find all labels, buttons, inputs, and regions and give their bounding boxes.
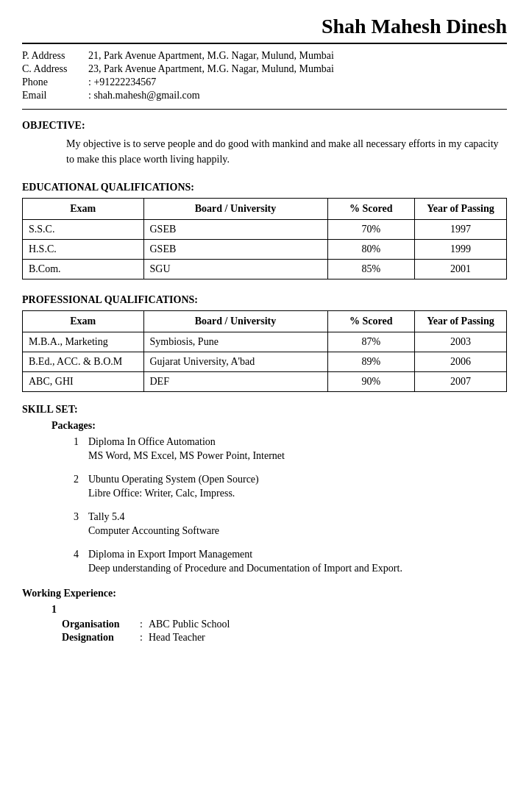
table-row: M.B.A., MarketingSymbiosis, Pune87%2003 <box>23 332 507 352</box>
table-cell: GSEB <box>143 220 327 240</box>
skill-sub: Computer Accounting Software <box>88 523 507 538</box>
educational-header-row: Exam Board / University % Scored Year of… <box>23 199 507 220</box>
packages-label: Packages: <box>52 420 507 432</box>
c-address-value: 23, Park Avenue Apartment, M.G. Nagar, M… <box>88 63 507 75</box>
table-cell: H.S.C. <box>23 240 144 260</box>
phone-value: : +91222234567 <box>88 76 507 88</box>
table-cell: Gujarat University, A'bad <box>143 352 327 372</box>
table-cell: ABC, GHI <box>23 372 144 392</box>
skill-title: Ubuntu Operating System (Open Source) <box>88 474 507 485</box>
organisation-value: ABC Public School <box>149 619 230 630</box>
designation-value: Head Teacher <box>149 632 205 644</box>
skillset-title: SKILL SET: <box>22 404 507 416</box>
skill-title: Diploma In Office Automation <box>88 436 507 448</box>
table-cell: 89% <box>327 352 414 372</box>
table-cell: B.Com. <box>23 260 144 279</box>
table-row: B.Ed., ACC. & B.O.MGujarat University, A… <box>23 352 507 372</box>
table-row: H.S.C.GSEB80%1999 <box>23 240 507 260</box>
table-cell: 90% <box>327 372 414 392</box>
edu-col-exam: Exam <box>23 199 144 220</box>
edu-col-board: Board / University <box>143 199 327 220</box>
table-cell: 85% <box>327 260 414 279</box>
c-address-label: C. Address <box>22 63 88 75</box>
work-items: 1 Organisation : ABC Public School Desig… <box>22 604 507 644</box>
table-row: S.S.C.GSEB70%1997 <box>23 220 507 240</box>
objective-title: OBJECTIVE: <box>22 120 507 132</box>
table-cell: S.S.C. <box>23 220 144 240</box>
table-cell: DEF <box>143 372 327 392</box>
contact-section: P. Address 21, Park Avenue Apartment, M.… <box>22 50 507 110</box>
skill-item: 1 Diploma In Office Automation MS Word, … <box>74 436 507 463</box>
skill-sub: Libre Office: Writer, Calc, Impress. <box>88 485 507 501</box>
phone-label: Phone <box>22 76 88 88</box>
skill-num: 1 <box>74 436 88 448</box>
contact-caddress-row: C. Address 23, Park Avenue Apartment, M.… <box>22 63 507 75</box>
table-cell: 70% <box>327 220 414 240</box>
edu-col-scored: % Scored <box>327 199 414 220</box>
table-cell: SGU <box>143 260 327 279</box>
table-cell: 2006 <box>414 352 506 372</box>
organisation-label: Organisation <box>52 619 140 630</box>
educational-title: EDUCATIONAL QUALIFICATIONS: <box>22 182 507 193</box>
work-item: 1 Organisation : ABC Public School Desig… <box>52 604 507 644</box>
pro-col-scored: % Scored <box>327 311 414 332</box>
professional-header-row: Exam Board / University % Scored Year of… <box>23 311 507 332</box>
skill-sub: MS Word, MS Excel, MS Power Point, Inter… <box>88 448 507 463</box>
table-row: ABC, GHIDEF90%2007 <box>23 372 507 392</box>
skill-title: Tally 5.4 <box>88 511 507 523</box>
contact-email-row: Email : shah.mahesh@gmail.com <box>22 90 507 102</box>
table-cell: 1999 <box>414 240 506 260</box>
table-cell: 2003 <box>414 332 506 352</box>
p-address-value: 21, Park Avenue Apartment, M.G. Nagar, M… <box>88 50 507 62</box>
skill-item: 4 Diploma in Export Import Management De… <box>74 549 507 576</box>
work-designation-row: Designation : Head Teacher <box>52 632 507 644</box>
working-experience-section: Working Experience: 1 Organisation : ABC… <box>22 588 507 644</box>
table-cell: B.Ed., ACC. & B.O.M <box>23 352 144 372</box>
table-cell: 2007 <box>414 372 506 392</box>
email-value: : shah.mahesh@gmail.com <box>88 90 507 102</box>
email-label: Email <box>22 90 88 102</box>
skill-num: 4 <box>74 549 88 560</box>
pro-col-year: Year of Passing <box>414 311 506 332</box>
designation-label: Designation <box>52 632 140 644</box>
edu-col-year: Year of Passing <box>414 199 506 220</box>
skill-title: Diploma in Export Import Management <box>88 549 507 560</box>
table-cell: 87% <box>327 332 414 352</box>
pro-col-board: Board / University <box>143 311 327 332</box>
pro-col-exam: Exam <box>23 311 144 332</box>
skillset-section: SKILL SET: Packages: 1 Diploma In Office… <box>22 404 507 576</box>
objective-section: OBJECTIVE: My objective is to serve peop… <box>22 120 507 167</box>
objective-text: My objective is to serve people and do g… <box>66 136 507 167</box>
resume-name: Shah Mahesh Dinesh <box>22 15 507 44</box>
skill-num: 3 <box>74 511 88 523</box>
table-cell: Symbiosis, Pune <box>143 332 327 352</box>
table-row: B.Com.SGU85%2001 <box>23 260 507 279</box>
working-experience-title: Working Experience: <box>22 588 507 599</box>
skill-item: 3 Tally 5.4 Computer Accounting Software <box>74 511 507 538</box>
table-cell: 1997 <box>414 220 506 240</box>
work-num: 1 <box>52 604 507 616</box>
p-address-label: P. Address <box>22 50 88 62</box>
table-cell: GSEB <box>143 240 327 260</box>
skill-sub: Deep understanding of Procedure and Docu… <box>88 560 507 576</box>
skill-item: 2 Ubuntu Operating System (Open Source) … <box>74 474 507 501</box>
professional-section: PROFESSIONAL QUALIFICATIONS: Exam Board … <box>22 294 507 392</box>
contact-phone-row: Phone : +91222234567 <box>22 76 507 88</box>
skill-items: 1 Diploma In Office Automation MS Word, … <box>22 436 507 576</box>
professional-table: Exam Board / University % Scored Year of… <box>22 310 507 392</box>
educational-table: Exam Board / University % Scored Year of… <box>22 198 507 279</box>
table-cell: M.B.A., Marketing <box>23 332 144 352</box>
professional-title: PROFESSIONAL QUALIFICATIONS: <box>22 294 507 306</box>
table-cell: 80% <box>327 240 414 260</box>
skill-num: 2 <box>74 474 88 485</box>
educational-section: EDUCATIONAL QUALIFICATIONS: Exam Board /… <box>22 182 507 279</box>
contact-paddress-row: P. Address 21, Park Avenue Apartment, M.… <box>22 50 507 62</box>
table-cell: 2001 <box>414 260 506 279</box>
work-organisation-row: Organisation : ABC Public School <box>52 619 507 630</box>
